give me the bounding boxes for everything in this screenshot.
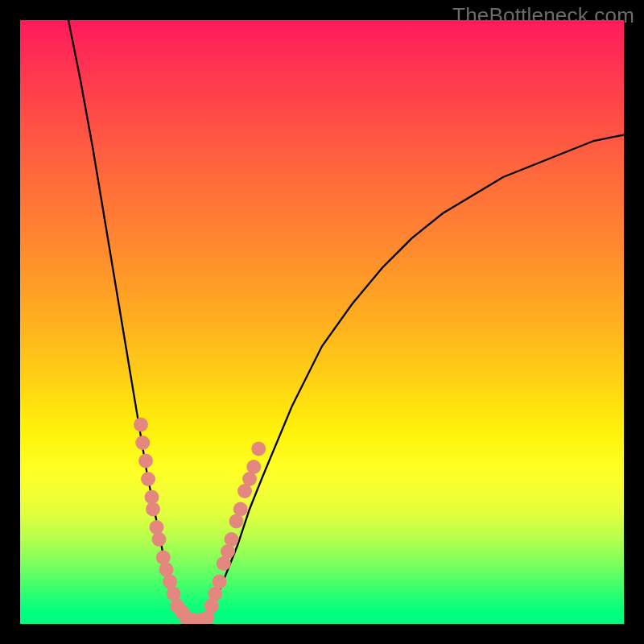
outer-frame: TheBottleneck.com — [0, 0, 644, 644]
scatter-dot — [225, 532, 239, 547]
scatter-dot — [246, 460, 261, 474]
scatter-dot — [138, 454, 153, 469]
plot-area — [20, 20, 624, 624]
curve-left — [68, 20, 184, 618]
scatter-dot — [152, 532, 167, 547]
chart-svg — [20, 20, 624, 624]
scatter-dot — [135, 436, 150, 450]
scatter-dot — [251, 442, 266, 456]
scatter-dot — [150, 520, 164, 535]
scatter-dot — [141, 472, 155, 486]
scatter-dot — [156, 551, 171, 565]
scatter-dot — [146, 502, 160, 517]
scatter-dot — [134, 418, 148, 432]
scatter-dot — [213, 575, 227, 589]
curve-right — [208, 135, 625, 618]
scatter-dot — [233, 502, 248, 517]
